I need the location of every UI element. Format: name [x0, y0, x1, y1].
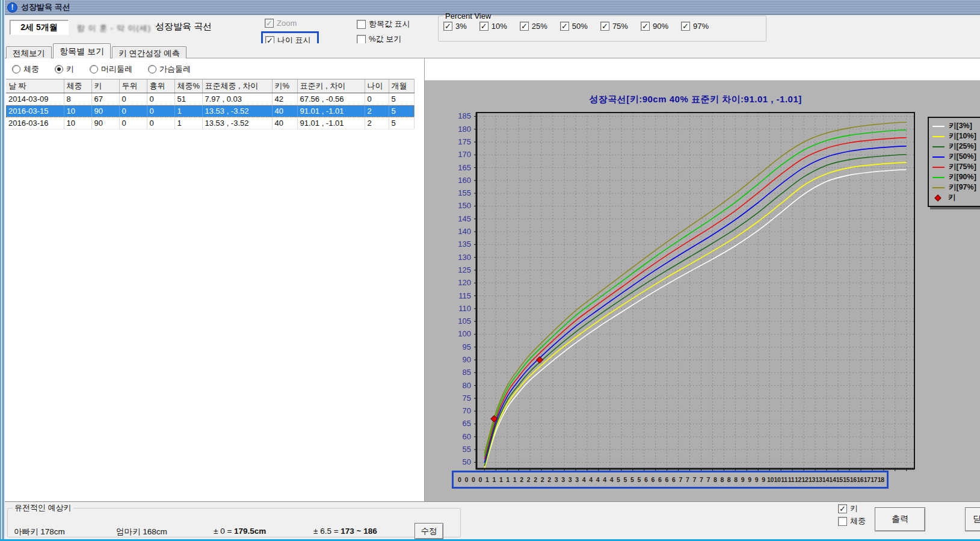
measure-radio-0[interactable]: 체중: [12, 64, 39, 75]
y-tick-label: 140: [458, 227, 471, 236]
legend-item: 키[75%]: [932, 162, 980, 172]
x-tick-label: 4: [608, 476, 615, 483]
percent-option-90%[interactable]: ✓90%: [641, 22, 668, 31]
x-tick-label: 5: [629, 476, 635, 483]
column-header[interactable]: 두위: [119, 79, 147, 93]
column-header[interactable]: 키: [91, 79, 119, 93]
x-tick-label: 2: [539, 476, 546, 483]
radio-circle[interactable]: [55, 65, 63, 73]
x-tick-label: 0: [476, 476, 483, 483]
table-row[interactable]: 2016-03-16109000113.53 , -3.524091.01 , …: [6, 117, 414, 129]
x-tick-label: 7: [698, 476, 704, 483]
percent-option-25%[interactable]: ✓25%: [520, 22, 547, 31]
radio-circle[interactable]: [12, 65, 20, 73]
x-tick-label: 0: [463, 476, 469, 483]
legend-item: 키[90%]: [932, 172, 980, 182]
toolbar: 2세 5개월 랑 이 훈 - 악 이(세) 성장발육 곡선 ✓Zoom ✓나이 …: [5, 15, 980, 44]
x-tick-label: 7: [691, 476, 697, 483]
checkbox-box[interactable]: ✓: [479, 22, 488, 31]
checkbox-box[interactable]: ✓: [443, 22, 452, 31]
percent-option-97%[interactable]: ✓97%: [681, 22, 709, 31]
percent-option-10%[interactable]: ✓10%: [479, 22, 507, 31]
y-tick-label: 90: [463, 355, 471, 364]
x-tick-label: 7: [677, 476, 684, 483]
x-tick-label: 7: [704, 476, 711, 483]
measure-radio-3[interactable]: 가슴둘레: [148, 64, 191, 75]
x-tick-label: 8: [732, 476, 739, 483]
measurements-panel: 체중키머리둘레가슴둘레 날 짜체중키두위흉위체중%표준체중 , 차이키%표준키 …: [5, 58, 425, 501]
checkbox-label: 50%: [572, 22, 588, 31]
column-header[interactable]: 체중: [64, 79, 91, 93]
radio-label: 키: [66, 64, 74, 75]
checkbox-box[interactable]: ✓: [520, 22, 529, 31]
radio-circle[interactable]: [90, 65, 98, 73]
table-cell: 2: [365, 117, 389, 129]
column-header[interactable]: 나이: [365, 79, 389, 93]
measure-radio-1[interactable]: 키: [55, 64, 74, 75]
column-header[interactable]: 표준키 , 차이: [297, 79, 365, 93]
mother-height: 엄마키 168cm: [116, 527, 167, 537]
radio-label: 가슴둘레: [159, 64, 191, 75]
x-tick-label: 15: [843, 476, 849, 483]
table-cell: 90: [91, 117, 119, 129]
checkbox-box[interactable]: ✓: [838, 504, 847, 513]
table-cell: 67: [91, 93, 119, 105]
checkbox-box[interactable]: ✓: [600, 22, 609, 31]
checkbox-box[interactable]: ✓: [560, 22, 569, 31]
plot-area: [476, 113, 914, 469]
y-tick-label: 175: [458, 137, 471, 146]
x-tick-label: 10: [767, 476, 774, 483]
column-header[interactable]: 키%: [272, 79, 297, 93]
legend-diamond-swatch: [934, 194, 941, 201]
checkbox-box[interactable]: ✓: [641, 22, 650, 31]
x-tick-label: 4: [594, 476, 601, 483]
table-row[interactable]: 2016-03-15109000113.53 , -3.524091.01 , …: [6, 105, 414, 117]
checkbox-box[interactable]: ✓: [265, 19, 274, 28]
column-header[interactable]: 흉위: [147, 79, 174, 93]
x-tick-label: 11: [787, 476, 794, 483]
table-cell: 5: [389, 105, 414, 117]
father-height: 아빠키 178cm: [14, 527, 65, 537]
measure-radio-2[interactable]: 머리둘레: [90, 64, 132, 75]
column-header[interactable]: 표준체중 , 차이: [202, 79, 272, 93]
x-tick-label: 4: [581, 476, 587, 483]
tab-by-item[interactable]: 항목별 보기: [53, 43, 111, 58]
percent-option-3%[interactable]: ✓3%: [443, 22, 467, 31]
table-cell: 2: [365, 105, 389, 117]
y-tick-label: 100: [458, 329, 471, 338]
column-header[interactable]: 날 짜: [6, 79, 64, 93]
zoom-checkbox[interactable]: ✓Zoom: [265, 19, 297, 28]
close-button[interactable]: 닫: [965, 507, 980, 531]
x-tick-label: 1: [511, 476, 518, 483]
checkbox-box[interactable]: [838, 517, 847, 526]
table-row[interactable]: 2014-03-0986700517.97 , 0.034267.56 , -0…: [6, 93, 414, 105]
table-cell: 90: [91, 105, 119, 117]
x-tick-label: 17: [871, 476, 877, 483]
measurements-table: 날 짜체중키두위흉위체중%표준체중 , 차이키%표준키 , 차이나이개월2014…: [6, 79, 414, 129]
x-tick-label: 16: [857, 476, 863, 483]
checkbox-box[interactable]: [357, 35, 366, 44]
percent-option-50%[interactable]: ✓50%: [560, 22, 588, 31]
x-tick-label: 3: [553, 476, 559, 483]
tab-overview[interactable]: 전체보기: [6, 46, 52, 60]
percent-view-group: Percent View ✓3%✓10%✓25%✓50%✓75%✓90%✓97%: [438, 11, 766, 42]
tab-height-growth-forecast[interactable]: 키 연간성장 예측: [112, 46, 186, 60]
print-height-checkbox[interactable]: ✓키: [838, 503, 866, 514]
radio-circle[interactable]: [148, 65, 156, 73]
percent-option-75%[interactable]: ✓75%: [600, 22, 628, 31]
legend-line-swatch: [932, 167, 945, 168]
checkbox-box[interactable]: ✓: [681, 22, 690, 31]
print-weight-checkbox[interactable]: 체중: [838, 516, 866, 527]
x-tick-label: 4: [587, 476, 594, 483]
bottom-bar: 유전적인 예상키 아빠키 178cm 엄마키 168cm ± 0 = 179.5…: [5, 501, 980, 541]
checkbox-box[interactable]: [357, 20, 366, 29]
y-tick-label: 95: [463, 342, 471, 351]
print-button[interactable]: 출력: [875, 507, 925, 531]
growth-chart-svg: 1851801751701651601551501451401351301251…: [446, 108, 940, 480]
table-header-row: 날 짜체중키두위흉위체중%표준체중 , 차이키%표준키 , 차이나이개월: [6, 79, 414, 93]
x-tick-label: 3: [559, 476, 566, 483]
column-header[interactable]: 개월: [389, 79, 414, 93]
column-header[interactable]: 체중%: [174, 79, 202, 93]
edit-button[interactable]: 수정: [414, 523, 443, 539]
item-value-checkbox[interactable]: 항목값 표시: [357, 19, 410, 29]
